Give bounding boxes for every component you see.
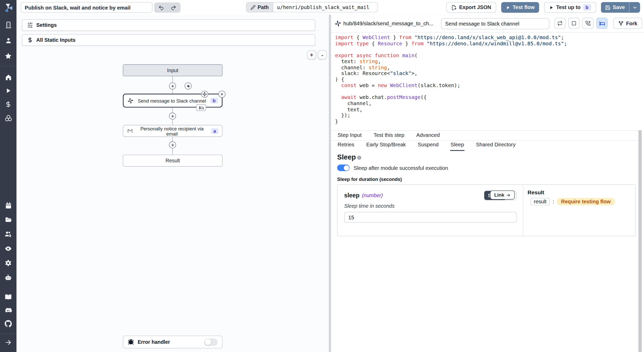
sleep-bed-icon[interactable] (196, 104, 206, 111)
insert-step-plus-icon[interactable] (169, 141, 176, 148)
retries-repeat-icon[interactable] (554, 18, 565, 29)
result-node-label: Result (166, 158, 180, 163)
save-group: Save (601, 2, 640, 13)
sleep-bed-icon-active[interactable] (596, 18, 607, 29)
zoom-in-button[interactable]: + (307, 50, 316, 59)
runs-play-icon[interactable] (3, 86, 13, 96)
github-icon[interactable] (3, 319, 13, 329)
step-tabs-primary: Step InputTest this stepAdvanced (331, 130, 639, 141)
code-editor[interactable]: import { WebClient } from "https://deno.… (335, 35, 639, 124)
tab-test-this-step[interactable]: Test this step (373, 130, 405, 140)
path-group: Path (246, 2, 378, 12)
sleep-heading: Sleep (337, 153, 356, 162)
folders-icon[interactable] (3, 215, 13, 225)
sliders-icon (27, 22, 33, 28)
tab-early-stop-break[interactable]: Early Stop/Break (366, 140, 406, 150)
email-step-badge: a (211, 128, 218, 134)
flow-node-email-step[interactable]: Personally notice recipient via email a (123, 125, 223, 137)
script-path[interactable]: hub/849/slack/send_message_to_ch... (343, 20, 437, 26)
trigger-zap-icon[interactable] (185, 82, 192, 89)
all-static-inputs-bar[interactable]: All Static Inputs (22, 34, 315, 46)
step-header: hub/849/slack/send_message_to_ch... Fork (331, 15, 644, 33)
link-button[interactable]: Link (490, 190, 514, 199)
suspend-phone-icon[interactable] (582, 18, 594, 29)
result-key-chip: result (530, 198, 550, 205)
play-icon (506, 5, 510, 10)
path-button[interactable]: Path (246, 2, 273, 12)
sleep-toggle-label: Sleep after module successful execution (354, 165, 448, 171)
user-icon[interactable] (3, 36, 13, 45)
redo-icon[interactable] (168, 3, 179, 12)
sleep-value-input[interactable] (344, 212, 517, 223)
tab-shared-directory[interactable]: Shared Directory (476, 140, 516, 150)
save-icon (605, 5, 610, 10)
workspace-building-icon[interactable] (3, 20, 13, 30)
panel-resize-handle[interactable] (329, 15, 331, 352)
sleep-field-type: (number) (362, 192, 383, 198)
move-step-icon[interactable] (201, 91, 208, 98)
sidebar-divider (0, 66, 16, 66)
tab-retries[interactable]: Retries (337, 140, 355, 150)
gmail-icon (127, 128, 133, 134)
zoom-out-button[interactable]: - (318, 50, 327, 59)
error-handler-node[interactable]: Error handler (123, 336, 223, 348)
undo-icon[interactable] (156, 3, 167, 12)
discord-icon[interactable] (3, 306, 13, 315)
resources-boxes-icon[interactable] (3, 113, 13, 123)
save-dropdown-button[interactable] (629, 2, 640, 13)
favorites-star-icon[interactable] (3, 51, 13, 61)
info-icon[interactable] (357, 155, 362, 160)
fork-label: Fork (626, 20, 637, 26)
step-summary-input[interactable] (441, 18, 549, 29)
tab-step-input[interactable]: Step Input (337, 130, 362, 140)
error-handler-toggle[interactable] (204, 338, 218, 346)
step-tabs-secondary: RetriesEarly Stop/BreakSuspendSleepShare… (331, 140, 639, 150)
email-step-label: Personally notice recipient via email (137, 125, 208, 136)
flow-node-result[interactable]: Result (123, 155, 223, 166)
chevron-down-icon (632, 5, 638, 10)
sleep-config-box: sleep (number) Static Link Sleep time in… (337, 184, 635, 236)
flow-editor-panel: Settings All Static Inputs + - Input Sen… (16, 15, 329, 352)
result-colon: : (553, 199, 554, 204)
workers-robot-icon[interactable] (3, 273, 13, 282)
save-button[interactable]: Save (601, 2, 629, 13)
vertical-scrollbar[interactable] (638, 130, 642, 352)
dollar-icon (27, 37, 33, 43)
path-label: Path (258, 4, 269, 10)
sleep-toggle[interactable] (337, 164, 350, 171)
flow-node-input[interactable]: Input (123, 64, 223, 76)
insert-step-plus-icon[interactable] (169, 113, 176, 120)
windmill-logo-icon[interactable] (2, 2, 14, 14)
play-icon (549, 5, 554, 10)
home-icon[interactable] (3, 72, 13, 82)
expand-sidebar-arrow-icon[interactable] (3, 337, 13, 347)
tab-sleep[interactable]: Sleep (450, 140, 464, 151)
fork-button[interactable]: Fork (613, 18, 642, 29)
sleep-field-description: Sleep time in seconds (344, 203, 395, 209)
early-stop-square-icon[interactable] (568, 18, 579, 29)
file-export-icon (451, 5, 457, 10)
audit-eye-icon[interactable] (3, 244, 13, 254)
path-input[interactable] (273, 2, 377, 12)
flow-title-input[interactable] (21, 2, 152, 13)
slack-step-label: Send message to Slack channel (137, 98, 207, 103)
test-flow-button[interactable]: Test flow (501, 2, 539, 13)
docs-book-icon[interactable] (3, 292, 13, 302)
flow-settings-bar[interactable]: Settings (22, 19, 315, 31)
tab-suspend[interactable]: Suspend (417, 140, 439, 150)
export-json-button[interactable]: Export JSON (446, 2, 496, 13)
insert-step-plus-icon[interactable] (169, 82, 176, 89)
settings-gear-icon[interactable] (3, 258, 13, 268)
result-value-badge: Require testing flow (557, 198, 615, 205)
undo-redo-group (154, 3, 180, 13)
bug-icon (128, 339, 134, 345)
remove-step-close-icon[interactable] (218, 91, 225, 98)
schedules-calendar-icon[interactable] (3, 200, 13, 210)
variables-dollar-icon[interactable] (3, 99, 13, 109)
test-up-to-button[interactable]: Test up to b (544, 2, 596, 13)
sidebar-divider (0, 333, 16, 334)
step-detail-panel: hub/849/slack/send_message_to_ch... Fork… (331, 15, 644, 352)
sleep-duration-label: Sleep for duration (seconds) (337, 177, 402, 182)
tab-advanced[interactable]: Advanced (416, 130, 440, 140)
groups-users-gear-icon[interactable] (3, 229, 13, 239)
